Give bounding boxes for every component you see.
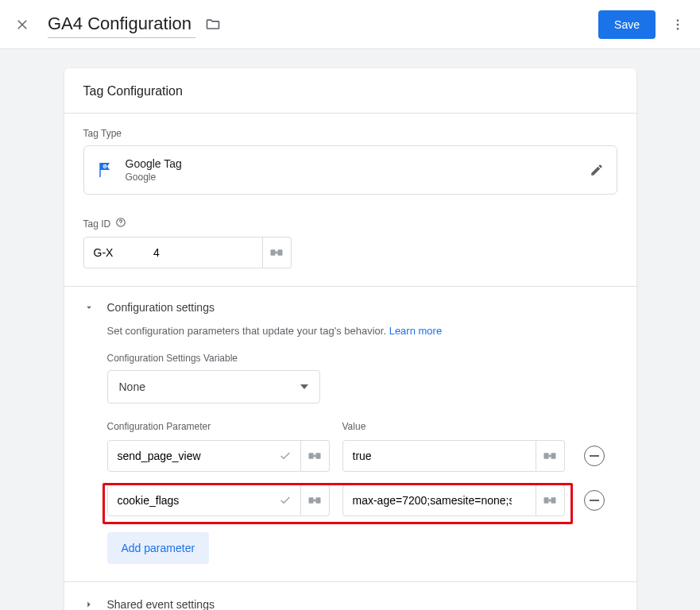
svg-rect-14 [316, 453, 321, 459]
svg-rect-23 [551, 497, 556, 504]
config-var-value: None [119, 380, 145, 393]
param-row [107, 440, 617, 472]
tag-id-section: Tag ID [64, 212, 636, 286]
svg-point-4 [677, 27, 679, 29]
svg-rect-19 [309, 497, 314, 504]
remove-row-button[interactable] [584, 446, 605, 466]
tag-id-label-text: Tag ID [83, 218, 111, 230]
svg-rect-15 [314, 455, 316, 458]
tag-type-card[interactable]: G Google Tag Google [83, 145, 617, 195]
folder-icon[interactable] [205, 17, 221, 33]
svg-rect-22 [544, 497, 549, 504]
workspace: Tag Configuration Tag Type G Google Tag … [0, 49, 700, 610]
param-value-input[interactable] [342, 485, 536, 516]
save-button[interactable]: Save [598, 10, 656, 39]
edit-icon[interactable] [590, 163, 604, 177]
value-header: Value [342, 421, 565, 432]
param-name-input[interactable] [107, 440, 301, 472]
google-tag-icon: G [97, 161, 113, 179]
svg-text:G: G [103, 165, 106, 168]
close-icon[interactable] [13, 15, 32, 34]
config-var-dropdown[interactable]: None [107, 370, 320, 403]
shared-event-title: Shared event settings [107, 598, 215, 610]
tag-type-name: Google Tag [126, 157, 182, 170]
tag-config-panel: Tag Configuration Tag Type G Google Tag … [64, 68, 636, 610]
tag-id-input[interactable] [83, 237, 263, 268]
panel-title: Tag Configuration [64, 68, 636, 113]
svg-rect-21 [314, 500, 316, 502]
svg-rect-5 [99, 163, 101, 177]
top-bar: Save [0, 0, 700, 49]
chevron-down-icon [83, 302, 95, 313]
svg-rect-17 [551, 453, 556, 459]
svg-rect-11 [278, 249, 283, 256]
config-settings-title: Configuration settings [107, 301, 215, 314]
param-value-input[interactable] [342, 440, 536, 472]
svg-rect-12 [276, 252, 278, 254]
more-icon[interactable] [668, 15, 687, 34]
svg-rect-10 [271, 249, 276, 256]
learn-more-link[interactable]: Learn more [389, 325, 442, 337]
config-desc-text: Set configuration parameters that update… [107, 325, 389, 337]
config-settings-section: Configuration settings Set configuration… [64, 287, 636, 581]
svg-rect-24 [549, 500, 551, 502]
help-icon[interactable] [115, 217, 126, 230]
shared-event-header[interactable]: Shared event settings [64, 582, 636, 610]
tag-name-input[interactable] [48, 10, 195, 38]
param-header: Configuration Parameter [107, 421, 330, 432]
add-parameter-button[interactable]: Add parameter [107, 532, 210, 564]
minus-icon [590, 455, 599, 457]
tag-type-label: Tag Type [83, 128, 617, 139]
param-grid: Configuration Parameter Value [107, 421, 617, 564]
tag-type-vendor: Google [126, 172, 182, 183]
param-row [107, 485, 617, 516]
svg-rect-18 [549, 455, 551, 458]
variable-picker-icon[interactable] [536, 440, 565, 472]
config-settings-header[interactable]: Configuration settings [83, 301, 617, 314]
tag-type-text: Google Tag Google [126, 157, 182, 183]
minus-icon [590, 500, 599, 501]
variable-picker-icon[interactable] [301, 485, 330, 516]
config-settings-desc: Set configuration parameters that update… [107, 325, 617, 337]
variable-picker-icon[interactable] [263, 237, 292, 268]
param-name-input[interactable] [107, 485, 301, 516]
variable-picker-icon[interactable] [536, 485, 565, 516]
chevron-right-icon [83, 599, 95, 610]
svg-rect-16 [544, 453, 549, 459]
variable-picker-icon[interactable] [301, 440, 330, 472]
chevron-down-icon [300, 380, 308, 393]
tag-type-section: Tag Type G Google Tag Google [64, 114, 636, 212]
svg-point-9 [121, 224, 122, 225]
remove-row-button[interactable] [584, 490, 605, 511]
svg-rect-13 [309, 453, 314, 459]
svg-point-3 [677, 23, 679, 25]
tag-id-label: Tag ID [83, 217, 617, 230]
svg-rect-20 [316, 497, 321, 504]
svg-point-2 [677, 19, 679, 21]
config-var-label: Configuration Settings Variable [107, 353, 617, 364]
